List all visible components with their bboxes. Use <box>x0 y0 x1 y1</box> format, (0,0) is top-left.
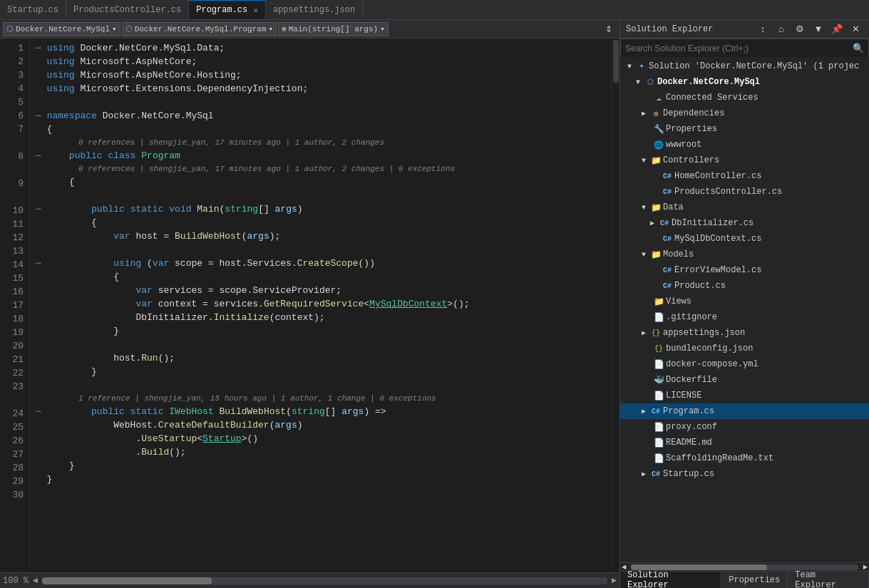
scaffolding-icon: 📄 <box>653 453 664 464</box>
vertical-scrollbar[interactable] <box>611 38 619 572</box>
gitignore-icon: 📄 <box>653 311 664 323</box>
se-tab-team-explorer[interactable]: Team Explorer <box>788 572 869 588</box>
se-toolbar-filter-btn[interactable]: ▼ <box>811 21 826 37</box>
tree-item-mysqldbcontext[interactable]: C# MySqlDbContext.cs <box>620 231 869 247</box>
se-toolbar-sync-btn[interactable]: ↕ <box>755 21 771 37</box>
codelens-23: 1 reference | shengjie_yan, 15 hours ago… <box>36 392 605 405</box>
namespace-dropdown[interactable]: ⬡ Docker.NetCore.MySql ▾ <box>3 22 120 36</box>
productscontroller-icon: C# <box>662 186 673 197</box>
tree-item-errorviewmodel[interactable]: C# ErrorViewModel.cs <box>620 262 869 278</box>
editor-toolbar: ⬡ Docker.NetCore.MySql ▾ ⬡ Docker.NetCor… <box>0 20 619 38</box>
gitignore-arrow <box>642 312 652 322</box>
docker-compose-label: docker-compose.yml <box>666 359 866 369</box>
tab-appsettings-label: appsettings.json <box>273 5 355 15</box>
se-search-bar: 🔍 <box>620 38 869 57</box>
se-scroll-right-icon[interactable]: ► <box>861 563 869 572</box>
tree-item-dbinitializer[interactable]: ▶ C# DbInitializer.cs <box>620 215 869 231</box>
tab-startup[interactable]: Startup.cs <box>0 0 66 19</box>
tab-products-controller[interactable]: ProductsController.cs <box>66 0 189 19</box>
tree-item-dependencies[interactable]: ▶ ⚙ Dependencies <box>620 105 869 121</box>
models-folder-icon: 📁 <box>650 249 662 260</box>
homecontroller-label: HomeController.cs <box>674 171 866 181</box>
line-20 <box>36 338 605 351</box>
controllers-label: Controllers <box>663 155 866 165</box>
se-tab-properties[interactable]: Properties <box>721 572 788 588</box>
product-arrow <box>650 281 660 291</box>
line-9: { <box>36 175 605 189</box>
project-arrow-icon: ▼ <box>633 77 643 87</box>
tree-item-license[interactable]: 📄 LICENSE <box>620 388 869 403</box>
tree-item-bundleconfig[interactable]: {} bundleconfig.json <box>620 341 869 356</box>
tree-item-data[interactable]: ▼ 📁 Data <box>620 200 869 215</box>
class-label: Docker.NetCore.MySql.Program <box>135 25 267 33</box>
tree-item-connected-services[interactable]: ☁ Connected Services <box>620 90 869 105</box>
tree-item-proxyconf[interactable]: 📄 proxy.conf <box>620 419 869 435</box>
startup-icon: C# <box>650 468 662 480</box>
se-search-input[interactable] <box>625 43 850 53</box>
tree-item-wwwroot[interactable]: 🌐 wwwroot <box>620 137 869 153</box>
horizontal-scrollbar[interactable] <box>42 577 607 584</box>
tree-item-dockerfile[interactable]: 🐳 Dockerfile <box>620 372 869 388</box>
line-15: { <box>36 270 605 284</box>
split-editor-button[interactable]: ⇕ <box>601 22 617 36</box>
tree-item-readme[interactable]: 📄 README.md <box>620 435 869 450</box>
se-search-icon[interactable]: 🔍 <box>853 43 864 54</box>
tree-item-controllers[interactable]: ▼ 📁 Controllers <box>620 153 869 168</box>
se-toolbar-close-btn[interactable]: ✕ <box>848 21 863 37</box>
solution-root-arrow-icon: ▼ <box>624 61 634 71</box>
connected-services-icon: ☁ <box>653 92 664 103</box>
tree-item-startup[interactable]: ▶ C# Startup.cs <box>620 466 869 482</box>
tree-item-product[interactable]: C# Product.cs <box>620 278 869 294</box>
code-container: 12345 67 89 10111213 14151617 18192021 2… <box>0 38 619 572</box>
se-toolbar-options-btn[interactable]: ⚙ <box>792 21 808 37</box>
line-14: ─ using (var scope = host.Services.Creat… <box>36 257 605 270</box>
tree-item-appsettings[interactable]: ▶ {} appsettings.json <box>620 325 869 341</box>
dependencies-label: Dependencies <box>663 108 866 118</box>
proxyconf-icon: 📄 <box>653 421 664 433</box>
se-hscroll-thumb <box>631 564 768 570</box>
line-17: var context = services.GetRequiredServic… <box>36 297 605 311</box>
tree-item-homecontroller[interactable]: C# HomeController.cs <box>620 168 869 184</box>
tree-item-properties[interactable]: 🔧 Properties <box>620 121 869 137</box>
se-toolbar-pin-btn[interactable]: 📌 <box>829 21 845 37</box>
proxyconf-arrow <box>642 422 652 432</box>
gitignore-label: .gitignore <box>666 312 866 322</box>
se-tab-solution-explorer[interactable]: Solution Explorer <box>620 572 721 588</box>
tree-item-productscontroller[interactable]: C# ProductsController.cs <box>620 184 869 200</box>
namespace-label: Docker.NetCore.MySql <box>16 25 110 33</box>
line-13 <box>36 243 605 257</box>
se-horizontal-scrollbar[interactable]: ◄ ► <box>620 562 869 571</box>
controllers-folder-icon: 📁 <box>650 155 662 166</box>
se-toolbar-home-btn[interactable]: ⌂ <box>773 21 789 37</box>
method-dropdown[interactable]: ⊕ Main(string[] args) ▾ <box>278 22 389 36</box>
tab-program-close-icon[interactable]: ✕ <box>253 6 258 15</box>
tree-solution-root[interactable]: ▼ ▪ Solution 'Docker.NetCore.MySql' (1 p… <box>620 58 869 74</box>
scroll-right-icon[interactable]: ► <box>612 576 617 586</box>
tab-appsettings[interactable]: appsettings.json <box>266 0 363 19</box>
tree-item-scaffolding[interactable]: 📄 ScaffoldingReadMe.txt <box>620 450 869 466</box>
line-numbers: 12345 67 89 10111213 14151617 18192021 2… <box>0 38 30 572</box>
tree-item-gitignore[interactable]: 📄 .gitignore <box>620 309 869 325</box>
scroll-left-icon[interactable]: ◄ <box>33 576 38 586</box>
tree-project-root[interactable]: ▼ ⬡ Docker.NetCore.MySql <box>620 74 869 90</box>
bundleconfig-icon: {} <box>653 343 664 354</box>
tab-program[interactable]: Program.cs ✕ <box>189 0 266 19</box>
dockerfile-label: Dockerfile <box>666 375 866 385</box>
license-arrow <box>642 391 652 401</box>
tree-item-docker-compose[interactable]: 📄 docker-compose.yml <box>620 356 869 372</box>
data-arrow: ▼ <box>639 202 649 212</box>
code-editor[interactable]: ─ using Docker.NetCore.MySql.Data; using… <box>30 38 611 572</box>
class-chevron-icon: ▾ <box>269 24 274 33</box>
line-8: ─ public class Program <box>36 149 605 163</box>
project-label: Docker.NetCore.MySql <box>657 77 866 87</box>
line-2: using Microsoft.AspNetCore; <box>36 55 605 68</box>
tree-item-models[interactable]: ▼ 📁 Models <box>620 247 869 262</box>
dockerfile-arrow <box>642 375 652 385</box>
views-arrow <box>642 296 652 306</box>
line-30 <box>36 486 605 500</box>
line-11: { <box>36 216 605 229</box>
class-dropdown[interactable]: ⬡ Docker.NetCore.MySql.Program ▾ <box>122 22 277 36</box>
tree-item-views[interactable]: 📁 Views <box>620 294 869 309</box>
tree-item-programcs[interactable]: ▶ C# Program.cs <box>620 403 869 419</box>
line-28: } <box>36 459 605 473</box>
